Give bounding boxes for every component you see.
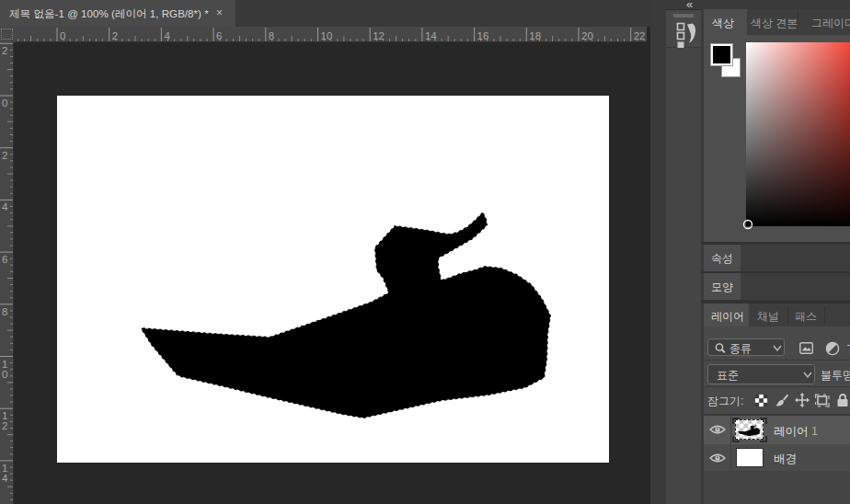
svg-text:22: 22 xyxy=(634,30,646,41)
svg-text:2: 2 xyxy=(2,45,7,56)
svg-text:6: 6 xyxy=(2,254,7,265)
svg-text:4: 4 xyxy=(2,473,8,484)
svg-text:0: 0 xyxy=(2,369,7,380)
svg-text:0: 0 xyxy=(60,30,65,41)
svg-text:8: 8 xyxy=(269,30,274,41)
svg-text:18: 18 xyxy=(529,30,541,41)
svg-text:4: 4 xyxy=(2,201,8,212)
svg-text:0: 0 xyxy=(2,97,7,109)
svg-text:2: 2 xyxy=(112,30,118,41)
svg-text:20: 20 xyxy=(581,30,593,41)
svg-text:2: 2 xyxy=(2,150,7,161)
svg-text:8: 8 xyxy=(2,306,7,317)
svg-text:14: 14 xyxy=(425,30,437,41)
svg-text:16: 16 xyxy=(477,30,489,41)
svg-text:6: 6 xyxy=(216,30,222,41)
svg-text:12: 12 xyxy=(373,30,385,41)
svg-text:10: 10 xyxy=(321,30,333,41)
svg-text:2: 2 xyxy=(2,420,7,431)
svg-text:4: 4 xyxy=(164,30,170,41)
